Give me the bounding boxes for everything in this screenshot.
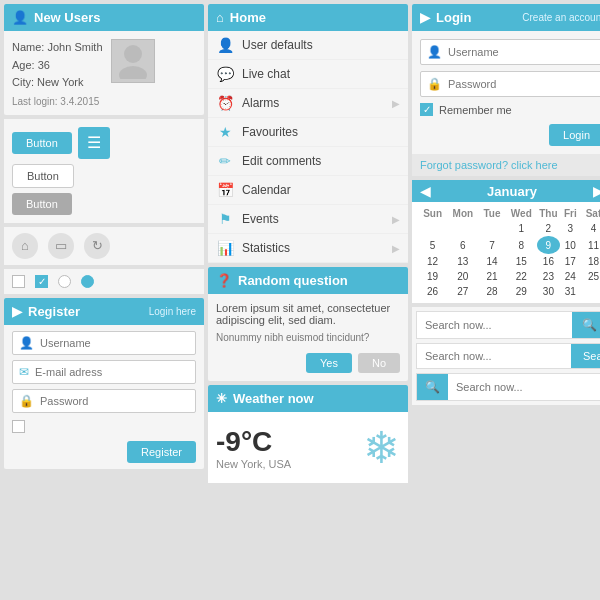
calendar-nav: ◀ January ▶ <box>412 180 600 202</box>
button-white[interactable]: Button <box>12 164 74 188</box>
cal-day[interactable]: 12 <box>418 254 447 269</box>
create-account-link[interactable]: Create an account <box>522 12 600 23</box>
cal-day <box>418 221 447 236</box>
hamburger-button[interactable]: ☰ <box>78 127 110 159</box>
nav-events[interactable]: ⚑ Events ▶ <box>208 205 408 234</box>
cal-day[interactable]: 15 <box>505 254 537 269</box>
cal-day[interactable]: 31 <box>560 284 581 299</box>
rq-sub-text: Nonummy nibh euismod tincidunt? <box>216 330 400 345</box>
nav-alarms[interactable]: ⏰ Alarms ▶ <box>208 89 408 118</box>
login-here-link[interactable]: Login here <box>149 306 196 317</box>
login-body: 👤 🔒 ✓ Remember me Login <box>412 31 600 154</box>
login-username-row: 👤 <box>420 39 600 65</box>
cal-day[interactable]: 7 <box>479 236 506 254</box>
nav-label-statistics: Statistics <box>242 241 290 255</box>
search-input-3[interactable] <box>448 375 600 399</box>
table-row: 19202122232425 <box>418 269 600 284</box>
cal-day[interactable]: 4 <box>581 221 600 236</box>
nav-label-events: Events <box>242 212 279 226</box>
cal-day[interactable]: 10 <box>560 236 581 254</box>
weather-info: -9°C New York, USA <box>216 426 291 470</box>
cal-day[interactable]: 16 <box>537 254 559 269</box>
nav-header: ⌂ Home <box>208 4 408 31</box>
column-1: 👤 New Users Name: John Smith Age: 36 Cit… <box>4 4 204 596</box>
refresh-icon[interactable]: ↻ <box>84 233 110 259</box>
login-panel: ▶ Login Create an account 👤 🔒 ✓ Remember… <box>412 4 600 176</box>
search-icon-btn-1[interactable]: 🔍 <box>572 312 600 338</box>
cal-day[interactable]: 1 <box>505 221 537 236</box>
yes-button[interactable]: Yes <box>306 353 352 373</box>
cal-day[interactable]: 19 <box>418 269 447 284</box>
email-input[interactable] <box>35 366 189 378</box>
search-row-2: Search <box>416 343 600 369</box>
cal-day[interactable]: 8 <box>505 236 537 254</box>
cal-day[interactable]: 18 <box>581 254 600 269</box>
cal-day[interactable]: 27 <box>447 284 478 299</box>
nav-calendar[interactable]: 📅 Calendar <box>208 176 408 205</box>
events-arrow: ▶ <box>392 214 400 225</box>
search-panel: 🔍 Search 🔍 <box>412 307 600 405</box>
login-password-input[interactable] <box>448 78 597 90</box>
password-input[interactable] <box>40 395 189 407</box>
cal-day[interactable]: 20 <box>447 269 478 284</box>
play-icon: ▶ <box>12 304 22 319</box>
no-button[interactable]: No <box>358 353 400 373</box>
checkbox-checked[interactable]: ✓ <box>35 275 48 288</box>
cal-day[interactable]: 9 <box>537 236 559 254</box>
cal-day[interactable]: 5 <box>418 236 447 254</box>
login-play-icon: ▶ <box>420 10 430 25</box>
button-blue[interactable]: Button <box>12 132 72 154</box>
cal-day[interactable]: 22 <box>505 269 537 284</box>
table-row: 262728293031 <box>418 284 600 299</box>
nav-live-chat[interactable]: 💬 Live chat <box>208 60 408 89</box>
nav-favourites[interactable]: ★ Favourites <box>208 118 408 147</box>
cal-day[interactable]: 25 <box>581 269 600 284</box>
terms-checkbox[interactable] <box>12 420 25 433</box>
cal-day[interactable]: 17 <box>560 254 581 269</box>
radio-unchecked[interactable] <box>58 275 71 288</box>
cal-day[interactable]: 13 <box>447 254 478 269</box>
image-icon[interactable]: ▭ <box>48 233 74 259</box>
age-value: 36 <box>38 59 50 71</box>
cal-day[interactable]: 2 <box>537 221 559 236</box>
login-button[interactable]: Login <box>549 124 600 146</box>
search-input-1[interactable] <box>417 313 572 337</box>
cal-next-arrow[interactable]: ▶ <box>593 183 600 199</box>
cal-day[interactable]: 23 <box>537 269 559 284</box>
cal-day[interactable]: 26 <box>418 284 447 299</box>
button-gray[interactable]: Button <box>12 193 72 215</box>
cal-day[interactable]: 28 <box>479 284 506 299</box>
cal-day[interactable]: 14 <box>479 254 506 269</box>
username-input[interactable] <box>40 337 189 349</box>
remember-me-row: ✓ Remember me <box>420 103 600 116</box>
nav-user-defaults[interactable]: 👤 User defaults <box>208 31 408 60</box>
nav-statistics[interactable]: 📊 Statistics ▶ <box>208 234 408 263</box>
search-input-2[interactable] <box>417 344 571 368</box>
click-here-link[interactable]: click here <box>511 159 557 171</box>
cal-day <box>447 221 478 236</box>
register-button[interactable]: Register <box>127 441 196 463</box>
user-info-text: Name: John Smith Age: 36 City: New York <box>12 39 103 92</box>
rq-main-text: Lorem ipsum sit amet, consectetuer adipi… <box>216 302 400 326</box>
last-login: Last login: 3.4.2015 <box>12 96 196 107</box>
cal-prev-arrow[interactable]: ◀ <box>420 183 431 199</box>
remember-me-checkbox[interactable]: ✓ <box>420 103 433 116</box>
search-text-btn[interactable]: Search <box>571 344 600 368</box>
cal-day[interactable]: 11 <box>581 236 600 254</box>
checkboxes-row: ✓ <box>4 269 204 294</box>
cal-day[interactable]: 6 <box>447 236 478 254</box>
checkbox-unchecked[interactable] <box>12 275 25 288</box>
nav-panel: ⌂ Home 👤 User defaults 💬 Live chat ⏰ Ala… <box>208 4 408 263</box>
nav-label-alarms: Alarms <box>242 96 279 110</box>
cal-day[interactable]: 3 <box>560 221 581 236</box>
cal-day[interactable]: 21 <box>479 269 506 284</box>
home-icon[interactable]: ⌂ <box>12 233 38 259</box>
cal-day[interactable]: 29 <box>505 284 537 299</box>
login-username-input[interactable] <box>448 46 597 58</box>
radio-checked[interactable] <box>81 275 94 288</box>
avatar <box>111 39 155 83</box>
nav-edit-comments[interactable]: ✏ Edit comments <box>208 147 408 176</box>
remember-me-label: Remember me <box>439 104 512 116</box>
cal-day[interactable]: 24 <box>560 269 581 284</box>
cal-day[interactable]: 30 <box>537 284 559 299</box>
